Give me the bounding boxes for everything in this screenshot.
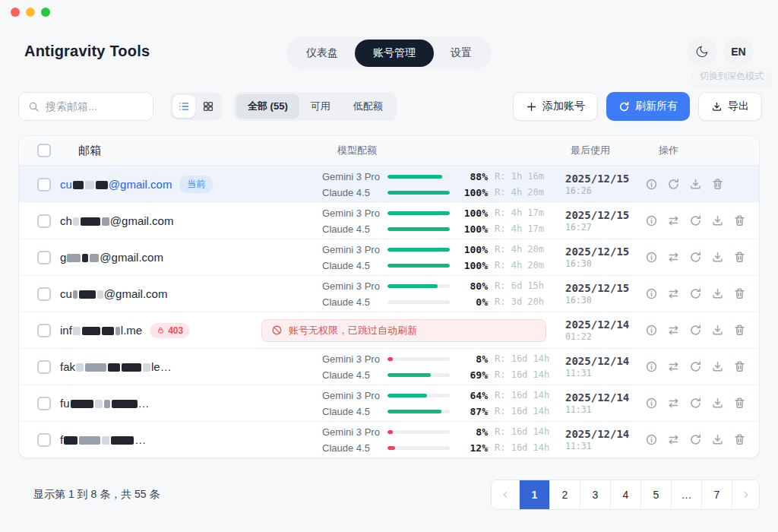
search-input[interactable] [46, 100, 144, 112]
filter-all[interactable]: 全部 (55) [236, 94, 299, 119]
refresh-icon [689, 360, 702, 373]
quota-bar [387, 191, 450, 195]
row-checkbox[interactable] [37, 251, 51, 264]
download-icon [711, 251, 724, 264]
select-all-checkbox[interactable] [37, 144, 51, 157]
quota-remaining: R: 16d 14h [495, 369, 549, 380]
trash-icon [733, 360, 746, 373]
page-ellipsis[interactable]: … [671, 480, 701, 509]
download-button[interactable] [711, 214, 724, 227]
switch-button[interactable] [667, 397, 680, 410]
tab-settings[interactable]: 设置 [434, 40, 489, 67]
download-icon [711, 433, 724, 446]
info-button[interactable] [645, 287, 658, 300]
page-button-5[interactable]: 5 [640, 480, 671, 509]
refresh-button[interactable] [689, 397, 702, 410]
delete-button[interactable] [733, 251, 746, 264]
export-button[interactable]: 导出 [698, 92, 762, 121]
info-button[interactable] [645, 433, 658, 446]
download-button[interactable] [689, 178, 702, 191]
row-checkbox[interactable] [37, 178, 51, 192]
filter-available[interactable]: 可用 [299, 94, 342, 119]
page-button-1[interactable]: 1 [519, 480, 549, 509]
download-button[interactable] [711, 397, 724, 410]
prev-page-button[interactable] [492, 480, 519, 509]
download-button[interactable] [711, 251, 724, 264]
trash-icon [733, 433, 746, 446]
ban-icon [271, 325, 283, 336]
download-button[interactable] [711, 360, 724, 373]
last-used-time: 01:22 [565, 331, 645, 342]
download-button[interactable] [711, 433, 724, 446]
refresh-all-button[interactable]: 刷新所有 [606, 92, 690, 121]
switch-button[interactable] [667, 433, 680, 446]
quota-percent: 80% [450, 280, 488, 292]
email-address[interactable]: ch@gmail.com [60, 214, 173, 227]
quota-bar [387, 175, 450, 179]
row-checkbox[interactable] [37, 397, 51, 410]
last-used-date: 2025/12/15 [565, 173, 645, 185]
refresh-button[interactable] [689, 214, 702, 227]
row-checkbox[interactable] [37, 214, 51, 228]
page-button-4[interactable]: 4 [610, 480, 640, 509]
trash-icon [733, 287, 746, 300]
list-view-button[interactable] [172, 95, 195, 118]
redacted [72, 214, 110, 227]
quota-percent: 88% [450, 171, 488, 182]
row-checkbox[interactable] [37, 287, 51, 301]
refresh-button[interactable] [689, 287, 702, 300]
info-button[interactable] [645, 251, 658, 264]
delete-button[interactable] [733, 433, 746, 446]
refresh-button[interactable] [689, 324, 702, 337]
switch-button[interactable] [667, 360, 680, 373]
email-address[interactable]: f… [60, 433, 146, 446]
page-button-7[interactable]: 7 [701, 480, 732, 509]
grid-view-button[interactable] [197, 95, 220, 118]
switch-button[interactable] [667, 214, 680, 227]
language-button[interactable]: EN [723, 36, 754, 67]
row-checkbox[interactable] [37, 433, 51, 447]
next-page-button[interactable] [732, 480, 759, 509]
info-button[interactable] [645, 397, 658, 410]
refresh-button[interactable] [689, 433, 702, 446]
add-account-button[interactable]: 添加账号 [513, 92, 598, 121]
page-button-3[interactable]: 3 [580, 480, 610, 509]
delete-button[interactable] [733, 360, 746, 373]
row-checkbox[interactable] [37, 360, 51, 374]
page-button-2[interactable]: 2 [549, 480, 580, 509]
search-box [18, 92, 153, 121]
email-address[interactable]: fakle… [60, 360, 172, 373]
delete-button[interactable] [733, 287, 746, 300]
row-checkbox[interactable] [37, 324, 51, 337]
swap-icon [667, 251, 680, 264]
delete-button[interactable] [733, 214, 746, 227]
table-row: fu… Gemini 3 Pro64%R: 16d 14h Claude 4.5… [19, 385, 759, 421]
info-button[interactable] [645, 214, 658, 227]
email-address[interactable]: infl.me [60, 324, 142, 337]
download-button[interactable] [711, 287, 724, 300]
refresh-button[interactable] [667, 178, 680, 191]
email-address[interactable]: fu… [60, 397, 150, 410]
refresh-button[interactable] [689, 360, 702, 373]
switch-button[interactable] [667, 287, 680, 300]
download-button[interactable] [711, 324, 724, 337]
filter-low-quota[interactable]: 低配额 [342, 94, 394, 119]
email-address[interactable]: g@gmail.com [60, 251, 163, 264]
current-badge: 当前 [179, 176, 213, 193]
delete-button[interactable] [711, 178, 724, 191]
info-button[interactable] [645, 324, 658, 337]
switch-button[interactable] [667, 324, 680, 337]
switch-button[interactable] [667, 251, 680, 264]
tab-dashboard[interactable]: 仪表盘 [289, 40, 355, 67]
last-used-date: 2025/12/14 [565, 428, 645, 440]
info-button[interactable] [645, 178, 658, 191]
email-address[interactable]: cu@gmail.com [60, 287, 167, 300]
refresh-button[interactable] [689, 251, 702, 264]
chevron-left-icon [500, 489, 511, 500]
theme-toggle-button[interactable] [687, 36, 717, 67]
delete-button[interactable] [733, 397, 746, 410]
email-address[interactable]: cu@gmail.com [60, 178, 172, 191]
info-button[interactable] [645, 360, 658, 373]
delete-button[interactable] [733, 324, 746, 337]
tab-accounts[interactable]: 账号管理 [355, 40, 434, 67]
